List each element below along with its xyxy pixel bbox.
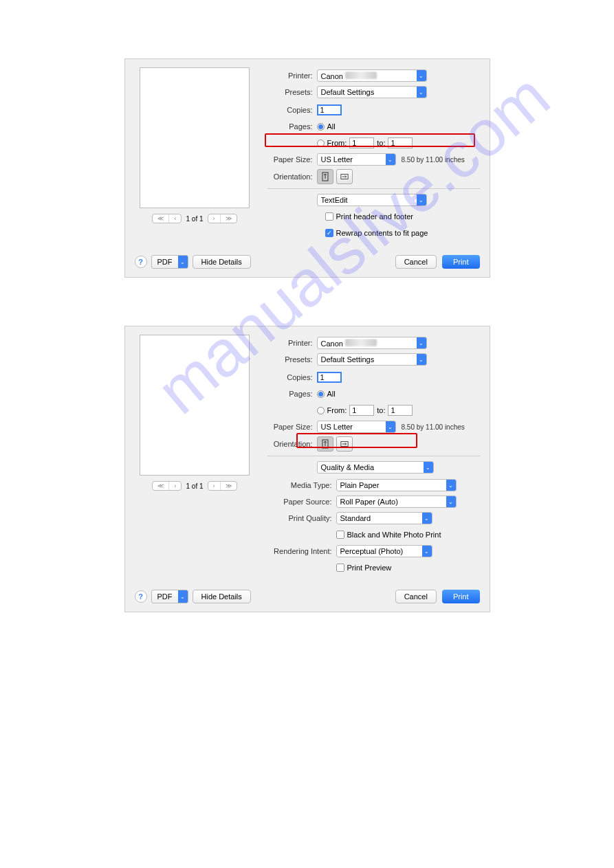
preview-next-group[interactable]: ›≫: [208, 481, 237, 491]
copies-input[interactable]: [317, 372, 342, 383]
pages-to-label: to:: [377, 139, 385, 147]
chevron-down-icon: ⌄: [178, 590, 188, 603]
pages-all-radio[interactable]: [317, 390, 325, 398]
papersize-select[interactable]: US Letter ⌄: [317, 421, 396, 433]
copies-label: Copies:: [267, 373, 317, 381]
chevron-down-icon: ⌄: [424, 462, 433, 473]
hide-details-button[interactable]: Hide Details: [193, 255, 251, 269]
orientation-portrait[interactable]: [317, 436, 333, 452]
print-header-checkbox[interactable]: [325, 212, 333, 221]
printer-select[interactable]: Canon ⌄: [317, 69, 427, 82]
last-page-icon[interactable]: ≫: [220, 214, 237, 223]
orientation-label: Orientation:: [267, 440, 317, 448]
help-button[interactable]: ?: [135, 256, 147, 268]
pages-to-input[interactable]: [388, 405, 413, 416]
chevron-down-icon: ⌄: [417, 194, 426, 205]
print-preview-checkbox[interactable]: [336, 564, 344, 572]
papersize-label: Paper Size:: [267, 423, 317, 431]
print-quality-select[interactable]: Standard ⌄: [336, 512, 432, 524]
printer-select[interactable]: Canon ⌄: [317, 337, 427, 349]
pdf-menu-button[interactable]: PDF ⌄: [151, 590, 188, 603]
print-quality-label: Print Quality:: [267, 514, 336, 522]
rewrap-checkbox[interactable]: [325, 229, 333, 237]
page-indicator: 1 of 1: [186, 215, 203, 223]
pages-from-input[interactable]: [349, 137, 374, 148]
print-button[interactable]: Print: [442, 590, 480, 603]
cancel-button[interactable]: Cancel: [395, 255, 437, 269]
printer-label: Printer:: [267, 71, 317, 80]
presets-label: Presets:: [267, 88, 317, 96]
first-page-icon[interactable]: ≪: [153, 482, 168, 490]
pages-label: Pages:: [267, 390, 317, 398]
chevron-down-icon: ⌄: [417, 337, 426, 348]
preview-prev-group[interactable]: ≪‹: [152, 214, 182, 223]
hide-details-button[interactable]: Hide Details: [193, 590, 251, 603]
pages-to-input[interactable]: [388, 137, 413, 148]
papersize-select[interactable]: US Letter ⌄: [317, 153, 396, 166]
chevron-down-icon: ⌄: [446, 496, 456, 507]
help-button[interactable]: ?: [135, 590, 147, 603]
pages-to-label: to:: [377, 406, 385, 414]
copies-input[interactable]: [317, 104, 342, 115]
bw-photo-checkbox[interactable]: [336, 531, 344, 539]
pages-from-input[interactable]: [349, 405, 374, 416]
pages-all-label: All: [327, 390, 336, 398]
chevron-down-icon: ⌄: [422, 513, 432, 524]
media-type-select[interactable]: Plain Paper ⌄: [336, 479, 457, 491]
pdf-menu-button[interactable]: PDF ⌄: [151, 255, 188, 269]
rendering-select[interactable]: Perceptual (Photo) ⌄: [336, 545, 432, 557]
papersize-label: Paper Size:: [267, 155, 317, 164]
pages-from-radio[interactable]: [317, 140, 325, 147]
printer-label: Printer:: [267, 339, 317, 347]
orientation-landscape[interactable]: [336, 169, 353, 184]
next-page-icon[interactable]: ›: [208, 482, 220, 490]
rendering-label: Rendering Intent:: [267, 547, 336, 555]
bw-photo-label: Black and White Photo Print: [347, 531, 441, 539]
prev-page-icon[interactable]: ‹: [168, 482, 181, 490]
page-indicator: 1 of 1: [186, 482, 203, 490]
print-dialog-1: ≪‹ 1 of 1 ›≫ Printer: Canon ⌄ Presets:: [124, 58, 490, 278]
preview-prev-group[interactable]: ≪‹: [152, 481, 182, 491]
pages-from-radio[interactable]: [317, 407, 325, 414]
section-select[interactable]: Quality & Media ⌄: [317, 461, 434, 474]
print-preview-label: Print Preview: [347, 564, 392, 572]
presets-select[interactable]: Default Settings ⌄: [317, 353, 427, 366]
pages-from-label: From:: [327, 139, 347, 147]
paper-source-label: Paper Source:: [267, 498, 336, 506]
media-type-label: Media Type:: [267, 481, 336, 489]
first-page-icon[interactable]: ≪: [153, 214, 168, 223]
chevron-down-icon: ⌄: [386, 154, 395, 165]
chevron-down-icon: ⌄: [178, 256, 188, 268]
print-dialog-2: ≪‹ 1 of 1 ›≫ Printer: Canon ⌄ Presets:: [124, 326, 490, 612]
chevron-down-icon: ⌄: [386, 421, 395, 432]
section-select[interactable]: TextEdit ⌄: [317, 194, 427, 206]
chevron-down-icon: ⌄: [417, 70, 426, 81]
presets-label: Presets:: [267, 355, 317, 364]
papersize-note: 8.50 by 11.00 inches: [402, 423, 465, 431]
last-page-icon[interactable]: ≫: [220, 482, 237, 490]
chevron-down-icon: ⌄: [446, 480, 456, 491]
presets-select[interactable]: Default Settings ⌄: [317, 86, 427, 98]
page-preview: [140, 67, 250, 208]
pages-label: Pages:: [267, 122, 317, 131]
print-header-label: Print header and footer: [336, 212, 414, 221]
cancel-button[interactable]: Cancel: [395, 590, 437, 603]
chevron-down-icon: ⌄: [417, 87, 426, 98]
pages-all-radio[interactable]: [317, 123, 325, 131]
orientation-portrait[interactable]: [317, 169, 333, 184]
chevron-down-icon: ⌄: [417, 354, 426, 365]
copies-label: Copies:: [267, 106, 317, 114]
paper-source-select[interactable]: Roll Paper (Auto) ⌄: [336, 496, 457, 508]
next-page-icon[interactable]: ›: [208, 214, 220, 223]
papersize-note: 8.50 by 11.00 inches: [402, 156, 465, 164]
print-button[interactable]: Print: [442, 255, 480, 269]
prev-page-icon[interactable]: ‹: [168, 214, 181, 223]
chevron-down-icon: ⌄: [422, 546, 432, 557]
orientation-label: Orientation:: [267, 173, 317, 181]
orientation-landscape[interactable]: [336, 436, 353, 452]
preview-next-group[interactable]: ›≫: [208, 214, 237, 223]
pages-all-label: All: [327, 122, 336, 131]
page-preview: [140, 335, 250, 476]
pages-from-label: From:: [327, 406, 347, 414]
rewrap-label: Rewrap contents to fit page: [336, 229, 428, 237]
